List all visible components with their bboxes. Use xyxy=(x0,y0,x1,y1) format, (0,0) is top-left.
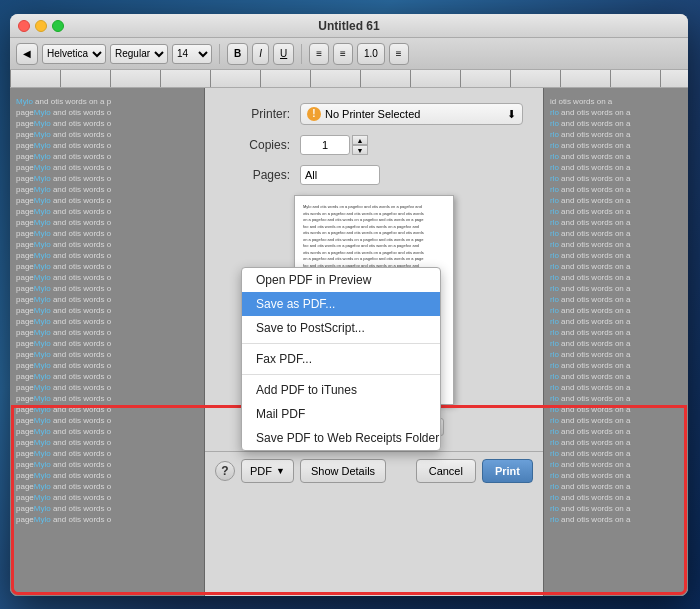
right-line-5: rlo and otis words on a xyxy=(550,151,682,162)
list-btn[interactable]: ≡ xyxy=(389,43,409,65)
doc-line-38: pageMylo and otis words o xyxy=(16,514,198,525)
copies-increment-btn[interactable]: ▲ xyxy=(352,135,368,145)
ruler xyxy=(10,70,688,88)
right-line-23: rlo and otis words on a xyxy=(550,349,682,360)
desktop: osxdaily.com Untitled 61 ◀ Helvetica Reg… xyxy=(0,0,700,609)
traffic-lights xyxy=(18,20,64,32)
right-line-2: rlo and otis words on a xyxy=(550,118,682,129)
right-line-18: rlo and otis words on a xyxy=(550,294,682,305)
doc-line-11: pageMylo and otis words o xyxy=(16,217,198,228)
line-spacing-btn[interactable]: 1.0 xyxy=(357,43,385,65)
content-area: Mylo and otis words on a p pageMylo and … xyxy=(10,88,688,596)
right-line-37: rlo and otis words on a xyxy=(550,503,682,514)
minimize-button[interactable] xyxy=(35,20,47,32)
printer-select[interactable]: ! No Printer Selected ⬇ xyxy=(300,103,523,125)
ruler-marks xyxy=(10,70,688,87)
pages-input[interactable] xyxy=(300,165,380,185)
warning-icon: ! xyxy=(307,107,321,121)
italic-btn[interactable]: I xyxy=(252,43,269,65)
right-line-19: rlo and otis words on a xyxy=(550,305,682,316)
doc-line-36: pageMylo and otis words o xyxy=(16,492,198,503)
toolbar-back-btn[interactable]: ◀ xyxy=(16,43,38,65)
right-line-34: rlo and otis words on a xyxy=(550,470,682,481)
preview-line: foo and otis words on a pagefoo and otis… xyxy=(303,224,445,230)
pdf-menu-add-itunes[interactable]: Add PDF to iTunes xyxy=(242,378,440,402)
pdf-dropdown-arrow-icon: ▼ xyxy=(276,466,285,476)
right-line-36: rlo and otis words on a xyxy=(550,492,682,503)
font-style-select[interactable]: Regular xyxy=(110,44,168,64)
divider-2 xyxy=(301,44,302,64)
right-line-28: rlo and otis words on a xyxy=(550,404,682,415)
right-line-33: rlo and otis words on a xyxy=(550,459,682,470)
doc-line-25: pageMylo and otis words o xyxy=(16,371,198,382)
right-line-21: rlo and otis words on a xyxy=(550,327,682,338)
align-left-btn[interactable]: ≡ xyxy=(309,43,329,65)
doc-line-20: pageMylo and otis words o xyxy=(16,316,198,327)
preview-line: on a pagefoo and otis words on a pagefoo… xyxy=(303,256,445,262)
pdf-menu-mail[interactable]: Mail PDF xyxy=(242,402,440,426)
pdf-menu-open-preview[interactable]: Open PDF in Preview xyxy=(242,268,440,292)
doc-line-31: pageMylo and otis words o xyxy=(16,437,198,448)
doc-line-13: pageMylo and otis words o xyxy=(16,239,198,250)
doc-line-7: pageMylo and otis words o xyxy=(16,173,198,184)
font-family-select[interactable]: Helvetica xyxy=(42,44,106,64)
right-line-3: rlo and otis words on a xyxy=(550,129,682,140)
doc-line-30: pageMylo and otis words o xyxy=(16,426,198,437)
copies-input[interactable] xyxy=(300,135,350,155)
right-line-24: rlo and otis words on a xyxy=(550,360,682,371)
doc-line-3: pageMylo and otis words o xyxy=(16,129,198,140)
pdf-button[interactable]: PDF ▼ xyxy=(241,459,294,483)
preview-line: on a pagefoo and otis words on a pagefoo… xyxy=(303,237,445,243)
doc-line-4: pageMylo and otis words o xyxy=(16,140,198,151)
toolbar: ◀ Helvetica Regular 14 B I U ≡ ≡ 1.0 ≡ xyxy=(10,38,688,70)
align-center-btn[interactable]: ≡ xyxy=(333,43,353,65)
right-line-14: rlo and otis words on a xyxy=(550,250,682,261)
right-line-22: rlo and otis words on a xyxy=(550,338,682,349)
copies-stepper: ▲ ▼ xyxy=(352,135,368,155)
right-line-32: rlo and otis words on a xyxy=(550,448,682,459)
pdf-menu-sep-2 xyxy=(242,374,440,375)
preview-line: otis words on a pagefoo and otis words o… xyxy=(303,250,445,256)
doc-line-14: pageMylo and otis words o xyxy=(16,250,198,261)
doc-line-35: pageMylo and otis words o xyxy=(16,481,198,492)
right-line-25: rlo and otis words on a xyxy=(550,371,682,382)
pdf-menu-save-pdf[interactable]: Save as PDF... xyxy=(242,292,440,316)
doc-line-24: pageMylo and otis words o xyxy=(16,360,198,371)
divider-1 xyxy=(219,44,220,64)
help-button[interactable]: ? xyxy=(215,461,235,481)
right-line-7: rlo and otis words on a xyxy=(550,173,682,184)
show-details-button[interactable]: Show Details xyxy=(300,459,386,483)
right-line-10: rlo and otis words on a xyxy=(550,206,682,217)
pdf-menu-save-postscript[interactable]: Save to PostScript... xyxy=(242,316,440,340)
doc-line-23: pageMylo and otis words o xyxy=(16,349,198,360)
printer-value: No Printer Selected xyxy=(325,108,420,120)
pdf-menu-sep-1 xyxy=(242,343,440,344)
copies-label: Copies: xyxy=(225,138,290,152)
close-button[interactable] xyxy=(18,20,30,32)
print-button[interactable]: Print xyxy=(482,459,533,483)
right-line-13: rlo and otis words on a xyxy=(550,239,682,250)
right-line-30: rlo and otis words on a xyxy=(550,426,682,437)
right-line-27: rlo and otis words on a xyxy=(550,393,682,404)
copies-decrement-btn[interactable]: ▼ xyxy=(352,145,368,155)
doc-line-28: pageMylo and otis words o xyxy=(16,404,198,415)
doc-line-32: pageMylo and otis words o xyxy=(16,448,198,459)
right-line-11: rlo and otis words on a xyxy=(550,217,682,228)
pdf-menu-fax[interactable]: Fax PDF... xyxy=(242,347,440,371)
preview-line: otis words on a pagefoo and otis words o… xyxy=(303,230,445,236)
pdf-menu-web-receipts[interactable]: Save PDF to Web Receipts Folder xyxy=(242,426,440,450)
dialog-bottom-toolbar: ? PDF ▼ Show Details Cancel Print Open P… xyxy=(205,451,543,489)
cancel-button[interactable]: Cancel xyxy=(416,459,476,483)
right-line-4: rlo and otis words on a xyxy=(550,140,682,151)
main-window: Untitled 61 ◀ Helvetica Regular 14 B I U… xyxy=(10,14,688,596)
right-line-8: rlo and otis words on a xyxy=(550,184,682,195)
right-line-35: rlo and otis words on a xyxy=(550,481,682,492)
font-size-select[interactable]: 14 xyxy=(172,44,212,64)
bold-btn[interactable]: B xyxy=(227,43,248,65)
maximize-button[interactable] xyxy=(52,20,64,32)
underline-btn[interactable]: U xyxy=(273,43,294,65)
right-line-26: rlo and otis words on a xyxy=(550,382,682,393)
right-line-12: rlo and otis words on a xyxy=(550,228,682,239)
doc-line-19: pageMylo and otis words o xyxy=(16,305,198,316)
preview-line: otis words on a pagefoo and otis words o… xyxy=(303,211,445,217)
